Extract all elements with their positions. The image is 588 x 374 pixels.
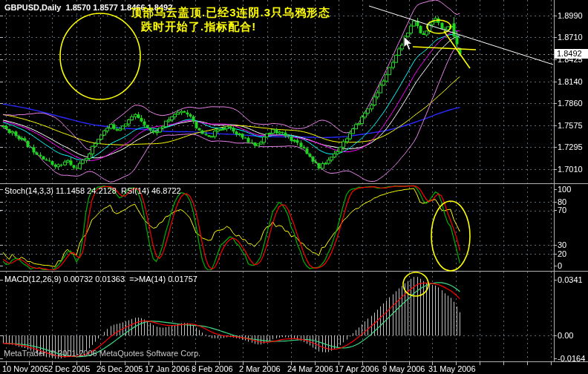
- mt4-chart-window: GBPUSD,Daily 1.8570 1.8577 1.8466 1.8492…: [0, 0, 588, 374]
- stoch-axis-label: 100: [558, 185, 571, 194]
- date-axis-label: 2 Mar 2006: [239, 364, 281, 373]
- macd-axis-label: 0.0341: [558, 275, 583, 284]
- date-axis-label: 10 Nov 2005: [2, 364, 48, 373]
- stoch-axis-label: 70: [558, 206, 566, 214]
- price-axis-label: 1.7860: [558, 99, 583, 108]
- price-axis-label: 1.8140: [558, 77, 583, 86]
- annotation-text-line2[interactable]: 跌时开始了.指标配合!: [141, 20, 256, 34]
- price-axis-label: 1.7010: [558, 165, 583, 174]
- date-axis-label: 17 Jan 2006: [145, 364, 190, 373]
- price-axis-label: 1.7295: [558, 142, 583, 151]
- date-axis-label: 26 Dec 2005: [97, 364, 143, 373]
- annotation-text-line1[interactable]: 顶部乌云盖顶.已经3连阴.3只乌鸦形态: [131, 6, 330, 20]
- macd-axis-label: -0.0164: [558, 354, 585, 363]
- price-axis-label: 1.7575: [558, 121, 583, 130]
- mouse-cursor-icon: [403, 36, 414, 51]
- current-price-tag: 1.8492: [555, 49, 588, 59]
- stoch-axis-label: 0: [558, 261, 562, 270]
- macd-axis-label: 0.00: [558, 331, 573, 340]
- date-axis-label: 8 Feb 2006: [192, 364, 233, 373]
- price-axis-label: 1.8710: [558, 33, 583, 42]
- stoch-axis-label: 30: [558, 240, 566, 249]
- price-axis-label: 1.8990: [558, 11, 583, 20]
- date-axis-label: 31 May 2006: [428, 364, 476, 373]
- stoch-rsi-header: Stoch(14,3,3) 11.1458 24.2128 RSI(14) 46…: [4, 186, 181, 195]
- date-axis-label: 2 Dec 2005: [48, 364, 90, 373]
- stoch-axis-label: 20: [558, 249, 566, 258]
- macd-header: MACD(12,26,9) 0.00732 0.01363 =>MA(14) 0…: [4, 275, 197, 283]
- date-axis-label: 24 Mar 2006: [287, 364, 333, 373]
- date-axis-label: 17 Apr 2006: [335, 364, 379, 373]
- copyright-text: MetaTrader, © 2001-2006 MetaQuotes Softw…: [4, 349, 200, 358]
- date-axis-label: 9 May 2006: [382, 364, 425, 373]
